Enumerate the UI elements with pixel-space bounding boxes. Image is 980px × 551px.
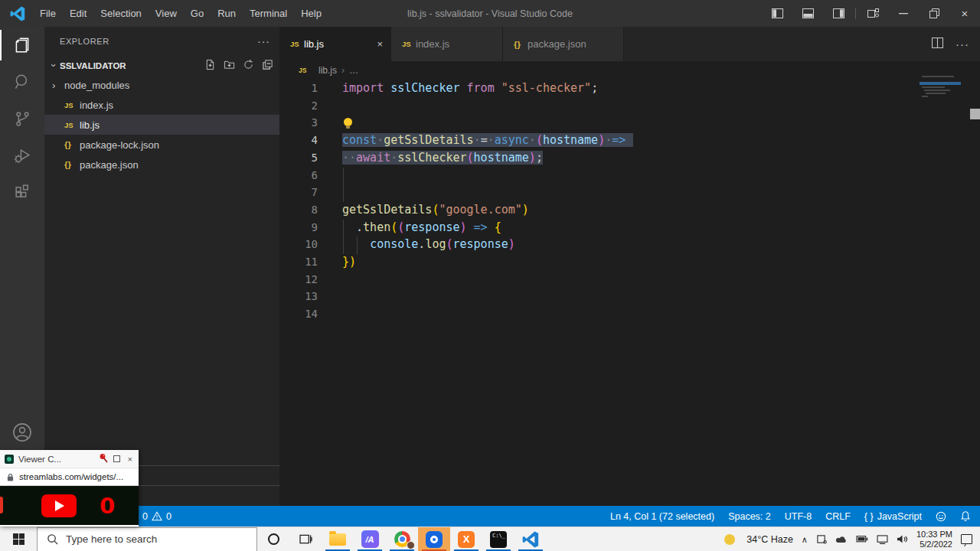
code-line[interactable]: 5··await·sslChecker(hostname); <box>279 150 980 168</box>
extensions-icon[interactable] <box>0 174 44 210</box>
menu-go[interactable]: Go <box>184 8 211 19</box>
restore-button[interactable] <box>919 0 949 27</box>
account-icon[interactable] <box>0 414 44 451</box>
popup-titlebar[interactable]: Viewer C... × <box>0 450 139 468</box>
new-folder-icon[interactable] <box>224 59 235 72</box>
popup-close-icon[interactable]: × <box>128 455 132 464</box>
tab-lib.js[interactable]: JSlib.js× <box>279 27 391 61</box>
split-editor-icon[interactable] <box>932 37 943 51</box>
cortana-button[interactable] <box>257 527 289 551</box>
tab-package.json[interactable]: {}package.json <box>503 27 624 61</box>
file-item-node_modules[interactable]: ›node_modules <box>44 75 279 95</box>
menu-help[interactable]: Help <box>294 8 328 19</box>
layout-sidebar-right-icon[interactable] <box>823 0 854 27</box>
source-control-icon[interactable] <box>0 100 44 137</box>
scrollbar-thumb[interactable] <box>970 109 980 119</box>
taskbar-search[interactable]: Type here to search <box>37 527 257 551</box>
weather-icon[interactable] <box>724 533 738 546</box>
file-item-lib.js[interactable]: JSlib.js <box>44 115 279 135</box>
indentation[interactable]: Spaces: 2 <box>728 511 771 522</box>
viewer-count-window[interactable]: Viewer C... × streamlabs.com/widgets/...… <box>0 450 139 527</box>
menu-file[interactable]: File <box>33 8 63 19</box>
file-item-package-lock.json[interactable]: {}package-lock.json <box>44 135 279 155</box>
layout-sidebar-left-icon[interactable] <box>762 0 792 27</box>
code-line[interactable]: 9 .then((response) => { <box>279 220 980 237</box>
code-line[interactable]: 3 <box>279 115 980 132</box>
search-icon[interactable] <box>0 64 44 100</box>
taskbar-app-streamlabs[interactable] <box>418 527 450 551</box>
file-item-index.js[interactable]: JSindex.js <box>44 95 279 115</box>
popup-address-bar[interactable]: streamlabs.com/widgets/... <box>0 468 139 486</box>
taskbar-app-terminal[interactable]: C:\_ <box>482 527 514 551</box>
line-number: 9 <box>279 221 318 233</box>
start-button[interactable] <box>0 527 37 551</box>
encoding[interactable]: UTF-8 <box>785 511 812 522</box>
menu-view[interactable]: View <box>149 8 184 19</box>
taskbar-app-file-explorer[interactable] <box>322 527 354 551</box>
code-line[interactable]: 1import sslChecker from "ssl-checker"; <box>279 80 980 98</box>
close-button[interactable]: × <box>949 0 980 27</box>
folder-section-sslvalidator[interactable]: › SSLVALIDATOR <box>44 56 279 75</box>
code-line[interactable]: 6 <box>279 168 980 185</box>
taskbar-app-xampp[interactable]: X <box>450 527 482 551</box>
collapse-folders-icon[interactable] <box>262 59 273 72</box>
volume-icon[interactable] <box>897 534 908 544</box>
code-line[interactable]: 12 <box>279 272 980 289</box>
layout-panel-icon[interactable] <box>792 0 823 27</box>
battery-icon[interactable] <box>856 536 868 543</box>
taskbar-app-chrome[interactable] <box>386 527 418 551</box>
taskbar-app-slash-a[interactable]: /A <box>354 527 386 551</box>
minimap[interactable] <box>922 76 959 99</box>
tab-close-icon[interactable]: × <box>377 38 383 50</box>
popup-url[interactable]: streamlabs.com/widgets/... <box>19 472 123 481</box>
code-line[interactable]: 8getSslDetails("google.com") <box>279 202 980 220</box>
menubar[interactable]: FileEditSelectionViewGoRunTerminalHelp <box>33 8 328 19</box>
breadcrumb-symbol[interactable]: … <box>349 65 358 76</box>
tab-index.js[interactable]: JSindex.js <box>391 27 503 61</box>
code-line[interactable]: 13 <box>279 289 980 306</box>
code-line[interactable]: 2 <box>279 98 980 116</box>
breadcrumb-file[interactable]: lib.js <box>318 65 337 76</box>
menu-selection[interactable]: Selection <box>93 8 148 19</box>
code-line[interactable]: 4const·getSslDetails·=·async·(hostname)·… <box>279 132 980 150</box>
code-line[interactable]: 7 <box>279 184 980 202</box>
lightbulb-icon[interactable] <box>344 118 352 126</box>
explorer-header-label: EXPLORER <box>60 37 109 46</box>
language-mode[interactable]: { } JavaScript <box>864 511 922 522</box>
chrome-profile-avatar <box>407 541 415 549</box>
taskbar-clock[interactable]: 10:33 PM 5/2/2022 <box>916 530 952 549</box>
menu-terminal[interactable]: Terminal <box>243 8 294 19</box>
eol-sequence[interactable]: CRLF <box>825 511 851 522</box>
explorer-more-actions-icon[interactable]: ··· <box>257 35 270 47</box>
new-file-icon[interactable] <box>204 59 216 72</box>
cursor-position[interactable]: Ln 4, Col 1 (72 selected) <box>610 511 714 522</box>
network-icon[interactable] <box>877 535 888 544</box>
code-line[interactable]: 11}) <box>279 254 980 272</box>
warning-count[interactable]: 0 <box>166 511 172 522</box>
notifications-bell-icon[interactable] <box>960 510 971 522</box>
pin-icon[interactable] <box>99 453 109 465</box>
breadcrumb[interactable]: JS lib.js › … <box>279 61 980 80</box>
task-view-button[interactable] <box>289 527 322 551</box>
menu-run[interactable]: Run <box>211 8 243 19</box>
taskbar-app-vscode[interactable] <box>514 527 547 551</box>
menu-edit[interactable]: Edit <box>63 8 93 19</box>
tray-expand-icon[interactable]: ∧ <box>802 535 808 545</box>
explorer-icon[interactable] <box>0 27 44 64</box>
feedback-icon[interactable] <box>936 511 946 522</box>
file-item-package.json[interactable]: {}package.json <box>44 155 279 174</box>
code-line[interactable]: 10 console.log(response) <box>279 236 980 254</box>
code-line[interactable]: 14 <box>279 306 980 324</box>
onedrive-cloud-icon[interactable] <box>835 535 848 543</box>
minimize-button[interactable] <box>888 0 919 27</box>
action-center-icon[interactable] <box>961 534 972 544</box>
refresh-icon[interactable] <box>243 59 254 72</box>
error-count[interactable]: 0 <box>142 511 148 522</box>
device-tray-icon[interactable] <box>816 534 827 544</box>
weather-text[interactable]: 34°C Haze <box>746 534 793 545</box>
customize-layout-icon[interactable] <box>858 0 888 27</box>
popup-restore-icon[interactable] <box>113 455 120 462</box>
code-editor[interactable]: 1import sslChecker from "ssl-checker";23… <box>279 80 980 506</box>
run-debug-icon[interactable] <box>0 137 44 174</box>
editor-more-actions-icon[interactable]: ··· <box>956 37 969 51</box>
